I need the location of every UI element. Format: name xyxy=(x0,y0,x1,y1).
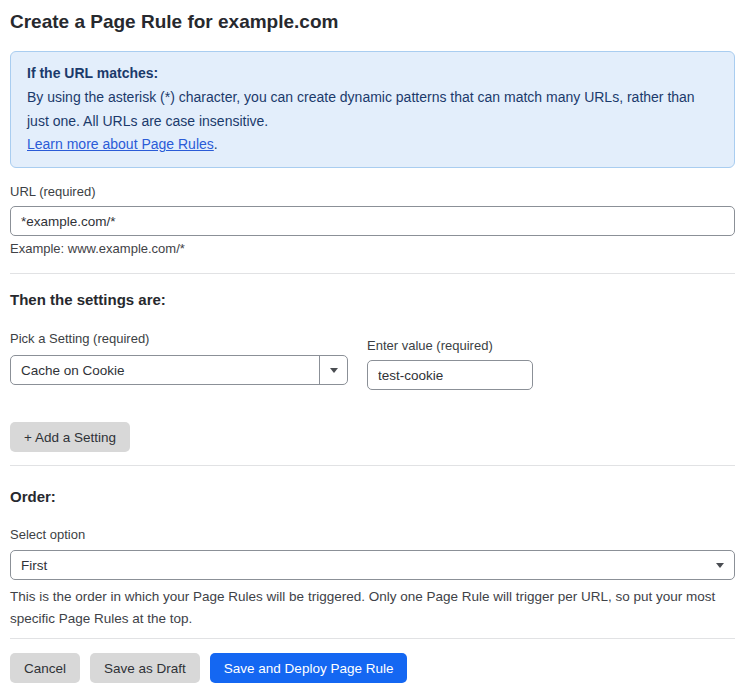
order-select-label: Select option xyxy=(10,527,735,543)
enter-value-column: Enter value (required) xyxy=(367,338,533,390)
url-field-label: URL (required) xyxy=(10,184,735,200)
footer-actions: Cancel Save as Draft Save and Deploy Pag… xyxy=(10,653,735,683)
settings-section-heading: Then the settings are: xyxy=(10,291,735,309)
url-input[interactable] xyxy=(10,206,735,236)
pick-setting-select[interactable]: Cache on Cookie xyxy=(10,355,348,385)
add-setting-button[interactable]: + Add a Setting xyxy=(10,422,130,452)
save-as-draft-button[interactable]: Save as Draft xyxy=(90,653,200,683)
divider xyxy=(10,273,735,274)
url-match-info-box: If the URL matches: By using the asteris… xyxy=(10,51,735,168)
pick-setting-column: Pick a Setting (required) Cache on Cooki… xyxy=(10,331,348,385)
pick-setting-label: Pick a Setting (required) xyxy=(10,331,348,347)
link-suffix: . xyxy=(214,136,218,152)
learn-more-link[interactable]: Learn more about Page Rules xyxy=(27,136,214,152)
page-rule-form: Create a Page Rule for example.com If th… xyxy=(0,0,750,693)
caret-glyph xyxy=(330,368,338,373)
order-help-text: This is the order in which your Page Rul… xyxy=(10,586,730,630)
caret-glyph xyxy=(716,563,724,568)
divider xyxy=(10,638,735,639)
info-link-line: Learn more about Page Rules. xyxy=(27,133,718,155)
setting-row: Pick a Setting (required) Cache on Cooki… xyxy=(10,331,735,390)
info-box-heading: If the URL matches: xyxy=(27,62,718,85)
divider xyxy=(10,465,735,466)
setting-value-input[interactable] xyxy=(367,360,533,390)
chevron-down-icon[interactable] xyxy=(319,356,347,384)
save-and-deploy-button[interactable]: Save and Deploy Page Rule xyxy=(210,653,408,683)
info-box-body: By using the asterisk (*) character, you… xyxy=(27,85,717,133)
enter-value-label: Enter value (required) xyxy=(367,338,533,354)
order-select[interactable]: First xyxy=(10,550,735,580)
chevron-down-icon xyxy=(706,551,734,579)
page-title: Create a Page Rule for example.com xyxy=(10,10,735,34)
url-example-text: Example: www.example.com/* xyxy=(10,241,735,257)
pick-setting-selected-value: Cache on Cookie xyxy=(11,363,319,378)
cancel-button[interactable]: Cancel xyxy=(10,653,80,683)
order-selected-value: First xyxy=(11,558,706,573)
order-section-heading: Order: xyxy=(10,488,735,506)
